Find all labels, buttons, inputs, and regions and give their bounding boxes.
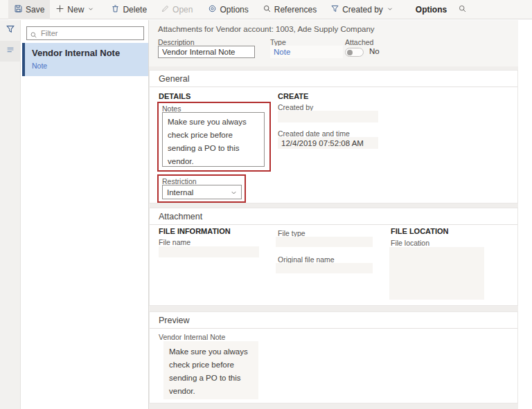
list-item-subtitle: Note: [32, 62, 148, 70]
restriction-value: Internal: [167, 188, 193, 197]
file-location-value: [389, 247, 484, 300]
list-item-vendor-internal-note[interactable]: Vendor Internal Note Note: [22, 43, 148, 76]
toggle-knob: [347, 50, 353, 55]
save-icon: [14, 4, 23, 15]
search-icon: [30, 29, 37, 42]
new-button-label: New: [67, 5, 84, 15]
file-location-group-label: FILE LOCATION: [391, 227, 449, 235]
preview-section: Preview Vendor Internal Note Make sure y…: [149, 311, 518, 403]
created-by-filter-label: Created by: [342, 5, 383, 15]
preview-text: Make sure you always check price before …: [163, 341, 258, 399]
list-item-title: Vendor Internal Note: [32, 48, 148, 58]
references-button[interactable]: References: [257, 0, 322, 19]
general-section: General DETAILS Notes Make sure you alwa…: [149, 70, 518, 203]
file-name-label: File name: [159, 238, 190, 246]
filter-input[interactable]: [26, 26, 144, 40]
preview-item-label: Vendor Internal Note: [159, 333, 225, 341]
attachment-section: Attachment FILE INFORMATION File name Fi…: [149, 208, 518, 306]
trash-icon: [111, 4, 120, 15]
save-button[interactable]: Save: [8, 0, 50, 19]
general-section-title: General: [159, 74, 189, 84]
description-input[interactable]: [158, 46, 255, 58]
preview-section-header[interactable]: Preview: [150, 312, 517, 329]
chevron-down-icon: [230, 189, 238, 198]
attachment-section-title: Attachment: [159, 212, 202, 221]
app-window: Save New Delete Open: [0, 0, 532, 409]
search-icon: [458, 3, 467, 16]
options-button[interactable]: Options: [202, 0, 254, 19]
chevron-down-icon: [387, 5, 393, 15]
filter-field: [26, 26, 144, 40]
delete-button[interactable]: Delete: [105, 0, 152, 19]
attached-value: No: [369, 47, 380, 55]
page-title: Attachments for Vendor account: 1003, Ad…: [158, 25, 375, 33]
plus-icon: [55, 4, 64, 15]
new-button[interactable]: New: [50, 0, 100, 19]
attachment-section-header[interactable]: Attachment: [150, 208, 517, 225]
notes-textarea[interactable]: Make sure you always check price before …: [162, 112, 265, 167]
original-file-name-value: [276, 263, 373, 273]
attached-toggle[interactable]: [345, 48, 364, 57]
attached-label: Attached: [345, 38, 373, 46]
references-button-label: References: [274, 5, 317, 15]
created-date-value: 12/4/2019 07:52:08 AM: [278, 137, 378, 149]
attachments-list-pane: Vendor Internal Note Note: [21, 20, 149, 409]
list-pane-button[interactable]: [0, 41, 21, 62]
create-group-label: CREATE: [278, 92, 308, 100]
restriction-select[interactable]: Internal: [162, 185, 242, 199]
file-type-value: [276, 237, 373, 247]
attachment-header: Attachments for Vendor account: 1003, Ad…: [149, 20, 518, 66]
list-icon: [6, 45, 15, 57]
file-name-value: [159, 246, 259, 257]
created-by-value: [278, 111, 378, 122]
file-information-group-label: FILE INFORMATION: [159, 227, 231, 235]
options-menu-label: Options: [416, 5, 447, 15]
preview-section-title: Preview: [159, 316, 189, 325]
toolbar-search-button[interactable]: [458, 3, 467, 16]
left-icon-strip: [0, 20, 21, 409]
open-button-label: Open: [172, 5, 193, 15]
general-section-header[interactable]: General: [150, 71, 517, 87]
magnifier-icon: [263, 4, 272, 15]
open-button: Open: [155, 0, 198, 19]
type-value: Note: [270, 46, 343, 58]
created-by-filter-button[interactable]: Created by: [325, 0, 399, 19]
funnel-icon: [330, 4, 339, 15]
save-button-label: Save: [26, 5, 44, 15]
details-group-label: DETAILS: [159, 92, 190, 100]
filter-pane-button[interactable]: [0, 20, 21, 41]
funnel-icon: [6, 24, 15, 37]
pencil-icon: [161, 4, 170, 15]
delete-button-label: Delete: [123, 5, 147, 15]
main-content: Attachments for Vendor account: 1003, Ad…: [149, 20, 518, 409]
options-button-label: Options: [220, 5, 248, 15]
options-menu-tab[interactable]: Options: [409, 0, 454, 19]
command-bar: Save New Delete Open: [0, 0, 532, 19]
chevron-down-icon: [87, 5, 94, 15]
gear-icon: [208, 4, 217, 15]
file-location-label: File location: [391, 239, 429, 247]
